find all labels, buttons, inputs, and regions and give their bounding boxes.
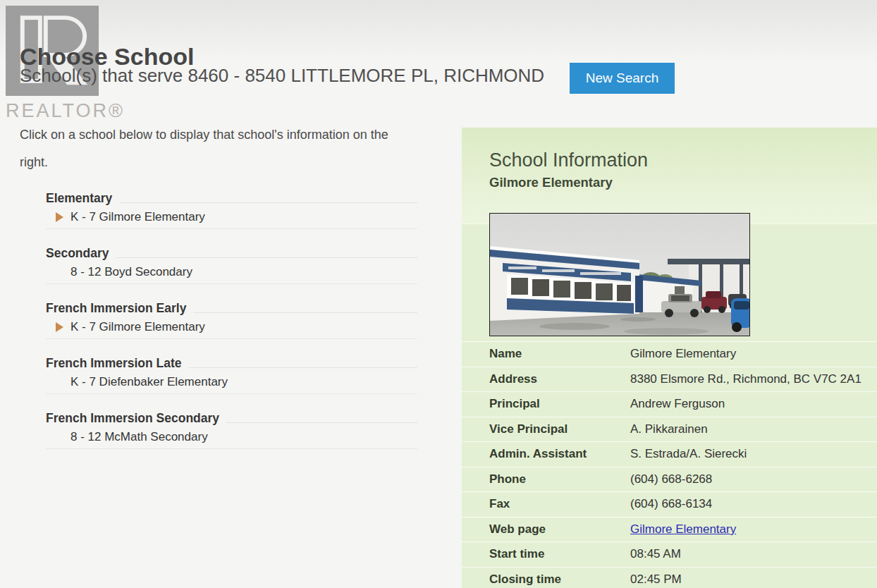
- heading-rule: [226, 422, 417, 423]
- info-value: A. Pikkarainen: [630, 422, 708, 436]
- school-group-french-immersion-early: French Immersion Early K - 7 Gilmore Ele…: [46, 300, 417, 339]
- info-row-web-page: Web page Gilmore Elementary: [462, 517, 877, 542]
- group-heading-label: Secondary: [46, 245, 109, 262]
- info-row-vice-principal: Vice Principal A. Pikkarainen: [462, 417, 877, 442]
- school-item-label: K - 7 Diefenbaker Elementary: [70, 375, 228, 388]
- info-label: Web page: [489, 522, 630, 537]
- info-row-closing-time: Closing time 02:45 PM: [462, 567, 877, 588]
- info-label: Fax: [489, 497, 630, 511]
- school-list: Elementary K - 7 Gilmore Elementary Seco…: [46, 190, 417, 465]
- group-heading: Secondary: [46, 245, 417, 262]
- school-group-elementary: Elementary K - 7 Gilmore Elementary: [46, 190, 417, 229]
- panel-school-name: Gilmore Elementary: [489, 175, 877, 190]
- info-label: Address: [489, 372, 630, 386]
- info-row-start-time: Start time 08:45 AM: [462, 541, 877, 567]
- group-heading-label: Elementary: [46, 190, 112, 207]
- school-item-boyd-secondary[interactable]: 8 - 12 Boyd Secondary: [46, 262, 417, 284]
- info-value: 02:45 PM: [630, 572, 682, 587]
- info-label: Vice Principal: [489, 422, 630, 436]
- realtor-wordmark: REALTOR®: [6, 100, 125, 122]
- school-information-panel: School Information Gilmore Elementary: [462, 128, 877, 588]
- info-label: Name: [489, 347, 630, 361]
- group-heading-label: French Immersion Early: [46, 300, 186, 317]
- group-heading: French Immersion Early: [46, 300, 417, 317]
- school-photo: [489, 213, 750, 336]
- group-heading-label: French Immersion Secondary: [46, 410, 219, 427]
- instruction-text: Click on a school below to display that …: [20, 121, 415, 176]
- info-value: (604) 668-6268: [630, 472, 712, 486]
- school-item-gilmore-elementary[interactable]: K - 7 Gilmore Elementary: [46, 207, 417, 229]
- info-row-fax: Fax (604) 668-6134: [462, 491, 877, 517]
- info-label: Admin. Assistant: [489, 447, 630, 461]
- info-label: Phone: [489, 472, 630, 486]
- new-search-button[interactable]: New Search: [570, 63, 675, 94]
- panel-title: School Information: [489, 149, 877, 171]
- group-heading: French Immersion Secondary: [46, 410, 417, 427]
- info-value: (604) 668-6134: [630, 497, 712, 511]
- school-item-mcmath-secondary[interactable]: 8 - 12 McMath Secondary: [46, 427, 417, 449]
- school-info-table: Name Gilmore Elementary Address 8380 Els…: [462, 341, 877, 588]
- info-label: Principal: [489, 397, 630, 411]
- school-group-secondary: Secondary 8 - 12 Boyd Secondary: [46, 245, 417, 284]
- school-information-header: School Information Gilmore Elementary: [462, 128, 877, 224]
- school-group-french-immersion-secondary: French Immersion Secondary 8 - 12 McMath…: [46, 410, 417, 449]
- selected-arrow-icon: [56, 322, 63, 332]
- info-value: Andrew Ferguson: [630, 397, 725, 411]
- school-item-diefenbaker-elementary[interactable]: K - 7 Diefenbaker Elementary: [46, 372, 417, 394]
- group-heading-label: French Immersion Late: [46, 355, 182, 372]
- info-row-admin-assistant: Admin. Assistant S. Estrada/A. Sierecki: [462, 441, 877, 467]
- heading-rule: [116, 257, 417, 258]
- school-item-label: K - 7 Gilmore Elementary: [70, 320, 205, 333]
- info-value: 08:45 AM: [630, 547, 681, 561]
- page-subtitle: School(s) that serve 8460 - 8540 LITTLEM…: [20, 65, 544, 87]
- info-row-principal: Principal Andrew Ferguson: [462, 391, 877, 417]
- info-value: 8380 Elsmore Rd., Richmond, BC V7C 2A1: [630, 372, 861, 386]
- heading-rule: [119, 202, 417, 203]
- group-heading: Elementary: [46, 190, 417, 207]
- school-item-label: 8 - 12 McMath Secondary: [70, 430, 208, 443]
- info-label: Start time: [489, 547, 630, 561]
- school-item-label: K - 7 Gilmore Elementary: [70, 210, 205, 223]
- school-item-label: 8 - 12 Boyd Secondary: [70, 265, 192, 278]
- info-row-address: Address 8380 Elsmore Rd., Richmond, BC V…: [462, 367, 877, 392]
- school-web-page-link[interactable]: Gilmore Elementary: [630, 522, 736, 537]
- heading-rule: [193, 312, 417, 313]
- info-value: S. Estrada/A. Sierecki: [630, 447, 747, 461]
- info-label: Closing time: [489, 572, 630, 587]
- school-item-gilmore-elementary-fi[interactable]: K - 7 Gilmore Elementary: [46, 317, 417, 339]
- school-group-french-immersion-late: French Immersion Late K - 7 Diefenbaker …: [46, 355, 417, 394]
- heading-rule: [189, 367, 417, 368]
- info-row-name: Name Gilmore Elementary: [462, 341, 877, 367]
- selected-arrow-icon: [56, 212, 63, 222]
- group-heading: French Immersion Late: [46, 355, 417, 372]
- info-row-phone: Phone (604) 668-6268: [462, 467, 877, 492]
- info-value: Gilmore Elementary: [630, 347, 736, 361]
